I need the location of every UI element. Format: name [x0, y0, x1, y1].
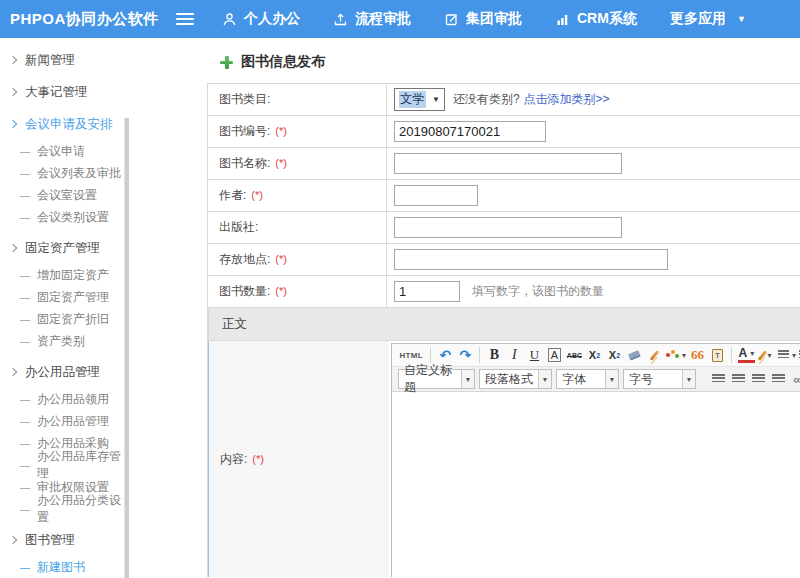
editor-content-area[interactable] [392, 392, 800, 577]
heading-select[interactable]: 自定义标题▼ [398, 369, 475, 389]
blockquote-button[interactable]: 66 [689, 346, 706, 364]
sidebar-group-item[interactable]: 办公用品管理 [0, 360, 131, 384]
location-label: 存放地点:(*) [208, 251, 386, 268]
sidebar-group-item[interactable]: 新闻管理 [0, 48, 131, 72]
highlight-color-icon[interactable] [758, 346, 775, 364]
caret-down-icon[interactable]: ▼ [737, 14, 746, 24]
required-mark: (*) [252, 453, 264, 465]
align-right-icon[interactable] [750, 370, 767, 388]
strikethrough-button[interactable]: ABC [566, 346, 583, 364]
sidebar-child-item[interactable]: —新建图书 [0, 556, 131, 578]
select-caret-icon: ▼ [605, 370, 618, 388]
select-caret-icon: ▼ [538, 370, 551, 388]
dash-icon: — [20, 394, 30, 405]
sidebar-group-item[interactable]: 大事记管理 [0, 80, 131, 104]
sidebar-child-item[interactable]: —会议申请 [0, 140, 131, 162]
sidebar-child-item[interactable]: —办公用品管理 [0, 410, 131, 432]
sidebar-child-item[interactable]: —会议列表及审批 [0, 162, 131, 184]
edit-icon [444, 12, 459, 27]
select-caret-icon: ▼ [432, 95, 440, 104]
nav-process-approval[interactable]: 流程审批 [333, 10, 411, 28]
quantity-input[interactable] [394, 281, 460, 302]
sidebar-child-item[interactable]: —固定资产折旧 [0, 308, 131, 330]
sidebar-group-label: 会议申请及安排 [25, 116, 113, 133]
underline-button[interactable]: U [526, 346, 543, 364]
sidebar-child-label: 办公用品管理 [37, 413, 109, 430]
user-icon [222, 12, 237, 27]
insert-link-icon[interactable]: ∞ [790, 370, 800, 388]
subscript-button[interactable]: X2 [606, 346, 623, 364]
publisher-input[interactable] [394, 217, 622, 238]
nav-label: 更多应用 [670, 10, 726, 28]
format-brush-icon[interactable] [646, 346, 663, 364]
paragraph-format-select[interactable]: 段落格式▼ [479, 369, 552, 389]
eraser-icon[interactable] [626, 346, 643, 364]
toolbar-separator [479, 347, 480, 363]
dash-icon: — [20, 314, 30, 325]
sidebar-child-label: 会议室设置 [37, 187, 97, 204]
editor-cell: HTML ↶ ↷ B I U A ABC X2 X2 [389, 341, 800, 577]
top-bar: PHPOA协同办公软件 个人办公 流程审批 集团审批 CRM系统 [0, 0, 800, 38]
sidebar-group-label: 新闻管理 [25, 52, 75, 69]
sidebar-child-item[interactable]: —会议类别设置 [0, 206, 131, 228]
sidebar-child-item[interactable]: —办公用品库存管理 [0, 454, 131, 476]
sidebar-child-item[interactable]: —办公用品分类设置 [0, 498, 131, 520]
nav-crm-system[interactable]: CRM系统 [555, 10, 637, 28]
bold-button[interactable]: B [486, 346, 503, 364]
add-category-link[interactable]: 点击添加类别>> [524, 91, 610, 108]
category-select[interactable]: 文学 ▼ [394, 88, 445, 111]
form-row-category: 图书类目: 文学 ▼ 还没有类别? 点击添加类别>> [208, 84, 800, 116]
align-justify-icon[interactable] [770, 370, 787, 388]
dash-icon: — [20, 336, 30, 347]
nav-personal-office[interactable]: 个人办公 [222, 10, 300, 28]
sidebar-scrollbar[interactable] [124, 118, 129, 578]
sidebar-child-label: 会议列表及审批 [37, 165, 121, 182]
category-label: 图书类目: [208, 91, 386, 108]
sidebar-menu: 新闻管理大事记管理会议申请及安排—会议申请—会议列表及审批—会议室设置—会议类别… [0, 38, 131, 578]
required-mark: (*) [275, 157, 287, 169]
align-left-icon[interactable] [710, 370, 727, 388]
location-input[interactable] [394, 249, 668, 270]
sidebar-child-item[interactable]: —固定资产管理 [0, 286, 131, 308]
dash-icon: — [20, 168, 30, 179]
required-mark: (*) [275, 253, 287, 265]
sidebar-child-label: 新建图书 [37, 559, 85, 576]
menu-toggle-icon[interactable] [176, 10, 194, 28]
chevron-right-icon [9, 120, 17, 128]
font-color-button[interactable]: A [738, 348, 755, 363]
border-text-button[interactable]: A [548, 348, 561, 362]
italic-button[interactable]: I [506, 346, 523, 364]
superscript-button[interactable]: X2 [586, 346, 603, 364]
author-input[interactable] [394, 185, 478, 206]
nav-more-apps[interactable]: 更多应用 [670, 10, 726, 28]
dash-icon: — [20, 292, 30, 303]
sidebar-group-item[interactable]: 固定资产管理 [0, 236, 131, 260]
form-row-quantity: 图书数量:(*) 填写数字，该图书的数量 [208, 276, 800, 308]
sidebar-group-item[interactable]: 图书管理 [0, 528, 131, 552]
book-name-input[interactable] [394, 153, 622, 174]
redo-icon[interactable]: ↷ [457, 346, 474, 364]
plus-icon [220, 56, 233, 69]
sidebar-child-item[interactable]: —资产类别 [0, 330, 131, 352]
nav-label: 流程审批 [355, 10, 411, 28]
chevron-right-icon [9, 368, 17, 376]
sidebar-group-item[interactable]: 会议申请及安排 [0, 112, 131, 136]
font-size-select[interactable]: 字号▼ [623, 369, 696, 389]
align-center-icon[interactable] [730, 370, 747, 388]
ordered-list-icon[interactable] [778, 346, 796, 364]
view-source-button[interactable]: HTML [398, 346, 425, 364]
font-family-select[interactable]: 字体▼ [556, 369, 619, 389]
required-mark: (*) [275, 285, 287, 297]
dash-icon: — [20, 270, 30, 281]
book-no-input[interactable] [394, 121, 546, 142]
sidebar-child-item[interactable]: —增加固定资产 [0, 264, 131, 286]
undo-icon[interactable]: ↶ [437, 346, 454, 364]
paste-icon[interactable]: T [709, 346, 726, 364]
sidebar-child-item[interactable]: —会议室设置 [0, 184, 131, 206]
auto-typeset-icon[interactable] [666, 346, 686, 364]
app-logo: PHPOA协同办公软件 [0, 10, 168, 29]
quantity-label: 图书数量:(*) [208, 283, 386, 300]
book-name-label: 图书名称:(*) [208, 155, 386, 172]
nav-group-approval[interactable]: 集团审批 [444, 10, 522, 28]
sidebar-child-item[interactable]: —办公用品领用 [0, 388, 131, 410]
